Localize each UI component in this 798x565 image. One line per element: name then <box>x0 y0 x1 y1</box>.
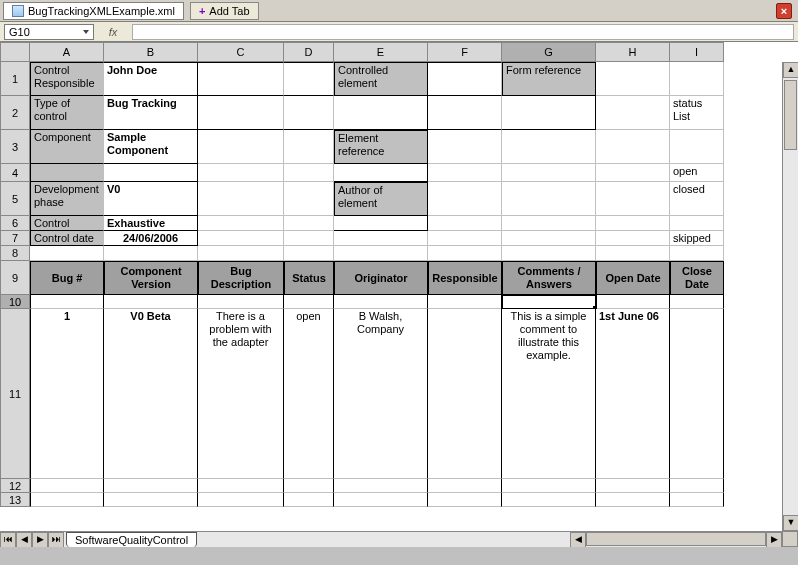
cell[interactable] <box>670 130 724 164</box>
cell[interactable] <box>334 231 428 246</box>
cell[interactable] <box>596 479 670 493</box>
col-header-D[interactable]: D <box>284 42 334 62</box>
cell[interactable] <box>104 246 198 261</box>
cell[interactable] <box>596 246 670 261</box>
cell[interactable] <box>198 479 284 493</box>
vertical-scrollbar[interactable]: ▲ ▼ <box>782 62 798 531</box>
cell[interactable] <box>502 246 596 261</box>
cell[interactable] <box>334 216 428 231</box>
cell[interactable] <box>670 493 724 507</box>
cell[interactable] <box>596 130 670 164</box>
cell[interactable] <box>596 493 670 507</box>
cell[interactable] <box>670 62 724 96</box>
grid[interactable]: Control Responsible John Doe Controlled … <box>30 62 782 531</box>
row-header-10[interactable]: 10 <box>0 295 30 309</box>
hscroll-thumb[interactable] <box>586 532 766 546</box>
col-header-I[interactable]: I <box>670 42 724 62</box>
cell[interactable] <box>334 493 428 507</box>
cell[interactable] <box>596 96 670 130</box>
cell-responsible[interactable] <box>428 309 502 479</box>
cell[interactable] <box>198 96 284 130</box>
sheet-tab[interactable]: SoftwareQualityControl <box>66 532 197 547</box>
cell[interactable] <box>502 96 596 130</box>
col-header-desc[interactable]: Bug Description <box>198 261 284 295</box>
cell[interactable]: Sample Component <box>104 130 198 164</box>
cell[interactable] <box>284 479 334 493</box>
cell-desc[interactable]: There is a problem with the adapter <box>198 309 284 479</box>
cell-closedate[interactable] <box>670 309 724 479</box>
cell[interactable] <box>334 295 428 309</box>
cell[interactable] <box>428 231 502 246</box>
cell[interactable]: Control Responsible <box>30 62 104 96</box>
col-header-closedate[interactable]: Close Date <box>670 261 724 295</box>
cell[interactable] <box>334 246 428 261</box>
active-cell[interactable] <box>502 295 596 309</box>
cell[interactable] <box>502 479 596 493</box>
cell[interactable]: Element reference <box>334 130 428 164</box>
cell[interactable] <box>596 182 670 216</box>
cell[interactable] <box>596 164 670 182</box>
close-icon[interactable]: × <box>776 3 792 19</box>
cell[interactable] <box>284 493 334 507</box>
col-header-bugnum[interactable]: Bug # <box>30 261 104 295</box>
cell[interactable] <box>596 62 670 96</box>
tab-first-button[interactable]: ⏮ <box>0 532 16 547</box>
row-header-2[interactable]: 2 <box>0 96 30 130</box>
row-header-9[interactable]: 9 <box>0 261 30 295</box>
cell[interactable]: Author of element <box>334 182 428 216</box>
cell[interactable]: 24/06/2006 <box>104 231 198 246</box>
cell[interactable]: V0 <box>104 182 198 216</box>
cell[interactable] <box>334 164 428 182</box>
cell[interactable]: Development phase <box>30 182 104 216</box>
col-header-F[interactable]: F <box>428 42 502 62</box>
cell[interactable] <box>284 182 334 216</box>
cell[interactable] <box>428 182 502 216</box>
select-all-corner[interactable] <box>0 42 30 62</box>
cell[interactable]: status List <box>670 96 724 130</box>
cell[interactable] <box>428 130 502 164</box>
cell[interactable] <box>198 493 284 507</box>
cell[interactable] <box>670 246 724 261</box>
cell[interactable] <box>334 96 428 130</box>
row-header-6[interactable]: 6 <box>0 216 30 231</box>
cell[interactable] <box>198 130 284 164</box>
row-header-11[interactable]: 11 <box>0 309 30 479</box>
name-box[interactable]: G10 <box>4 24 94 40</box>
col-header-B[interactable]: B <box>104 42 198 62</box>
cell[interactable] <box>428 479 502 493</box>
cell-status[interactable]: open <box>284 309 334 479</box>
cell[interactable] <box>30 246 104 261</box>
cell[interactable] <box>284 295 334 309</box>
cell[interactable] <box>30 164 104 182</box>
cell[interactable] <box>284 231 334 246</box>
cell[interactable] <box>198 295 284 309</box>
add-tab-button[interactable]: + Add Tab <box>190 2 259 20</box>
cell[interactable]: Controlled element <box>334 62 428 96</box>
cell[interactable] <box>502 130 596 164</box>
row-header-3[interactable]: 3 <box>0 130 30 164</box>
cell[interactable] <box>334 479 428 493</box>
cell[interactable] <box>30 493 104 507</box>
col-header-comments[interactable]: Comments / Answers <box>502 261 596 295</box>
cell[interactable] <box>198 164 284 182</box>
cell[interactable] <box>198 62 284 96</box>
cell[interactable] <box>596 231 670 246</box>
col-header-C[interactable]: C <box>198 42 284 62</box>
cell[interactable] <box>198 216 284 231</box>
cell-opendate[interactable]: 1st June 06 <box>596 309 670 479</box>
cell-comments[interactable]: This is a simple comment to illustrate t… <box>502 309 596 479</box>
col-header-opendate[interactable]: Open Date <box>596 261 670 295</box>
col-header-responsible[interactable]: Responsible <box>428 261 502 295</box>
cell[interactable] <box>104 164 198 182</box>
file-tab[interactable]: BugTrackingXMLExample.xml <box>3 2 184 20</box>
cell[interactable] <box>670 295 724 309</box>
tab-prev-button[interactable]: ◀ <box>16 532 32 547</box>
cell[interactable] <box>284 62 334 96</box>
cell[interactable] <box>596 216 670 231</box>
cell[interactable] <box>104 479 198 493</box>
cell-compver[interactable]: V0 Beta <box>104 309 198 479</box>
cell[interactable]: John Doe <box>104 62 198 96</box>
cell[interactable]: Bug Tracking <box>104 96 198 130</box>
cell[interactable] <box>502 493 596 507</box>
cell[interactable] <box>502 182 596 216</box>
